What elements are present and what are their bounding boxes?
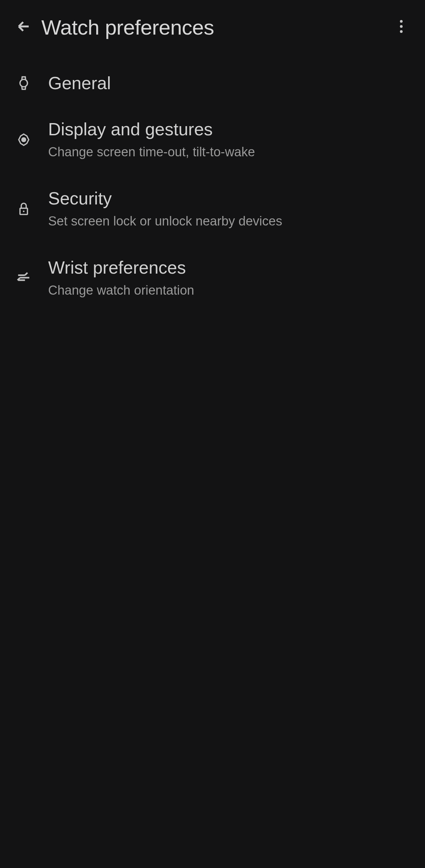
item-subtitle: Set screen lock or unlock nearby devices — [48, 213, 282, 230]
item-text: Wrist preferences Change watch orientati… — [48, 257, 194, 299]
brightness-icon — [10, 132, 37, 147]
back-arrow-icon — [16, 19, 31, 35]
svg-point-7 — [23, 211, 25, 212]
item-subtitle: Change screen time-out, tilt-to-wake — [48, 144, 255, 160]
item-title: Wrist preferences — [48, 257, 194, 278]
item-text: General — [48, 73, 111, 94]
list-item-wrist-preferences[interactable]: Wrist preferences Change watch orientati… — [0, 243, 425, 313]
item-title: General — [48, 73, 111, 94]
app-header: Watch preferences — [0, 0, 425, 54]
svg-point-2 — [400, 30, 403, 33]
svg-point-3 — [20, 79, 27, 87]
watch-icon — [10, 76, 37, 91]
item-text: Display and gestures Change screen time-… — [48, 119, 255, 161]
item-title: Security — [48, 188, 282, 209]
svg-point-0 — [400, 20, 403, 23]
lock-icon — [10, 201, 37, 216]
preferences-list: General Display and gestures Change scre… — [0, 54, 425, 312]
page-title: Watch preferences — [41, 15, 214, 39]
item-text: Security Set screen lock or unlock nearb… — [48, 188, 282, 230]
list-item-display-gestures[interactable]: Display and gestures Change screen time-… — [0, 105, 425, 174]
item-subtitle: Change watch orientation — [48, 282, 194, 299]
wrist-icon — [10, 270, 37, 285]
list-item-security[interactable]: Security Set screen lock or unlock nearb… — [0, 174, 425, 243]
list-item-general[interactable]: General — [0, 61, 425, 105]
more-options-button[interactable] — [391, 17, 411, 37]
more-vertical-icon — [400, 20, 403, 35]
svg-point-5 — [21, 137, 26, 142]
item-title: Display and gestures — [48, 119, 255, 140]
back-button[interactable] — [10, 14, 37, 41]
svg-point-1 — [400, 25, 403, 28]
